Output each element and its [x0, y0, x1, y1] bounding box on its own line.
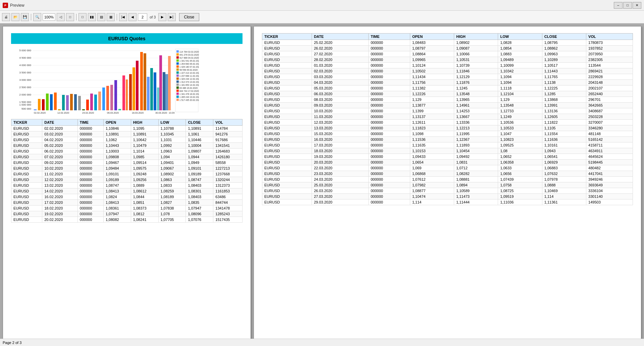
table-cell: 1,114 — [542, 194, 586, 199]
table-cell: 1,0656 — [498, 171, 542, 177]
table-cell: 1,12367 — [454, 137, 498, 142]
svg-text:1 320 244 12.02.2020: 1 320 244 12.02.2020 — [179, 78, 199, 80]
prev-page-button[interactable]: ◀ — [128, 13, 137, 21]
table-cell: 1,10533 — [498, 125, 542, 131]
table-cell: EURUSD — [262, 97, 312, 103]
table-cell: 11.02.2020 — [42, 171, 78, 177]
table-cell: 1,11846 — [454, 68, 498, 74]
table-cell: EURUSD — [11, 194, 42, 200]
table-cell: 1,1399 — [410, 108, 454, 114]
table-cell: 000000 — [369, 188, 410, 194]
table-cell: EURUSD — [11, 143, 42, 149]
window-controls: – □ ✕ — [614, 2, 641, 9]
table-cell: 1,0654 — [410, 160, 454, 165]
svg-rect-26 — [62, 95, 65, 110]
last-page-button[interactable]: ▶| — [168, 13, 176, 21]
table-cell: 1,13137 — [410, 114, 454, 120]
table-cell: 03.03.2020 — [312, 74, 368, 80]
zoom-in-icon-btn[interactable]: 🔍 — [33, 13, 41, 21]
table-cell: 1,10536 — [498, 120, 542, 125]
table-cell: 1,1285 — [542, 91, 586, 97]
table-cell: 1,07982 — [410, 182, 454, 188]
table-cell: 1,10846 — [103, 126, 131, 131]
table-cell: 000000 — [369, 46, 410, 51]
page-number-input[interactable] — [138, 13, 147, 21]
maximize-button[interactable]: □ — [623, 2, 632, 9]
column-header: VOL — [213, 119, 243, 126]
table-row: EURUSD20.03.20200000001,06541,08311,0635… — [262, 160, 633, 165]
zoom-fit-button[interactable]: □ — [66, 13, 74, 21]
table-row: EURUSD16.03.20200000001,115361,123671,10… — [262, 137, 633, 142]
print-button[interactable]: 🖨 — [2, 13, 10, 21]
table-cell: 000000 — [77, 143, 103, 149]
table-row: EURUSD13.03.20200000001,118231,122131,10… — [262, 125, 633, 131]
table-cell: 000000 — [369, 97, 410, 103]
table-cell: 1,10531 — [454, 57, 498, 63]
table-cell: 000000 — [369, 68, 410, 74]
table-cell: 1,08082 — [103, 217, 131, 223]
svg-rect-94 — [176, 96, 179, 98]
table-cell: 1,08902 — [454, 40, 498, 46]
multi-page-button[interactable]: ▤ — [97, 13, 105, 21]
svg-rect-35 — [98, 92, 101, 110]
left-data-table: TICKERDATETIMEOPENHIGHLOWCLOSEVOL EURUSD… — [11, 119, 243, 223]
table-cell: 1,1098 — [410, 131, 454, 137]
table-cell: 000000 — [369, 171, 410, 177]
table-cell: 4634911 — [586, 148, 633, 154]
svg-rect-47 — [144, 53, 146, 110]
table-cell: 1,1095 — [131, 126, 158, 131]
table-cell: EURUSD — [262, 194, 312, 199]
table-cell: 000000 — [369, 57, 410, 63]
table-cell: 3301140 — [586, 194, 633, 199]
table-cell: 1,1061 — [186, 131, 213, 137]
table-cell: 000000 — [369, 165, 410, 171]
table-cell: 1,1094 — [498, 74, 542, 80]
table-cell: EURUSD — [11, 149, 42, 154]
table-cell: 1,1047 — [498, 131, 542, 137]
two-page-button[interactable]: ▮▮ — [88, 13, 96, 21]
save-button[interactable]: 💾 — [21, 13, 29, 21]
table-cell: 1,08862 — [542, 46, 586, 51]
thumbnails-button[interactable]: ▦ — [107, 13, 115, 21]
svg-rect-36 — [102, 88, 105, 110]
table-cell: 12.03.2020 — [312, 120, 368, 125]
table-cell: 19.03.2020 — [312, 154, 368, 160]
table-cell: 1,0863 — [158, 177, 186, 183]
table-row: EURUSD25.02.20200000001,084831,089021,08… — [262, 40, 633, 46]
table-cell: 04.02.2020 — [42, 137, 78, 143]
table-cell: 1,1014 — [131, 149, 158, 154]
table-cell: 1,09189 — [103, 177, 131, 183]
table-cell: 296701 — [586, 97, 633, 103]
close-button[interactable]: Close — [179, 13, 200, 21]
table-cell: 08.03.2020 — [312, 97, 368, 103]
close-window-button[interactable]: ✕ — [633, 2, 641, 9]
minimize-button[interactable]: – — [614, 2, 623, 9]
table-cell: 1,07076 — [186, 217, 213, 223]
table-cell: 1,0652 — [498, 154, 542, 160]
table-cell: 17.03.2020 — [312, 142, 368, 148]
table-cell: 2229928 — [586, 74, 633, 80]
table-cell: 1,0851 — [131, 200, 158, 206]
single-page-button[interactable]: □ — [78, 13, 87, 21]
table-cell: EURUSD — [262, 148, 312, 154]
open-button[interactable]: 📂 — [11, 13, 19, 21]
svg-rect-52 — [159, 55, 162, 110]
table-cell: 1,09963 — [542, 51, 586, 57]
table-cell: 1937852 — [586, 46, 633, 51]
table-cell: 1,10474 — [410, 194, 454, 199]
table-cell: 1,11444 — [454, 199, 498, 205]
table-cell: 3642665 — [586, 103, 633, 108]
svg-text:10.04: 10.04 — [169, 112, 175, 114]
table-cell: 113544 — [586, 63, 633, 68]
table-cell: 1,10446 — [186, 137, 213, 143]
table-cell: 1,07947 — [103, 211, 131, 217]
svg-rect-45 — [136, 61, 139, 110]
svg-text:4 500 000: 4 500 000 — [19, 56, 31, 59]
table-cell: 000000 — [369, 182, 410, 188]
zoom-out-button[interactable]: ◁ — [57, 13, 65, 21]
first-page-button[interactable]: |◀ — [119, 13, 127, 21]
right-page-panel: TICKERDATETIMEOPENHIGHLOWCLOSEVOL EURUSD… — [254, 26, 641, 343]
next-page-button[interactable]: ▶ — [158, 13, 166, 21]
table-row: EURUSD17.03.20200000001,116351,118931,09… — [262, 142, 633, 148]
table-cell: 000000 — [369, 63, 410, 68]
